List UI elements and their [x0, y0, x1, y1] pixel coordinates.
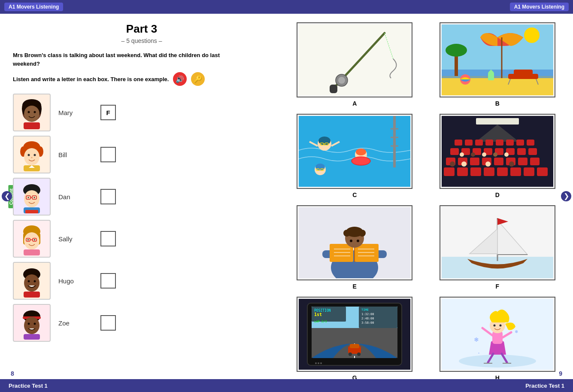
bottom-bar: Practice Test 1 Practice Test 1 — [0, 379, 573, 392]
image-frame-f — [440, 205, 555, 280]
svg-rect-64 — [488, 73, 494, 80]
svg-point-146 — [350, 240, 352, 242]
svg-point-174 — [459, 355, 536, 368]
svg-point-14 — [31, 157, 33, 158]
answer-box-sally[interactable] — [100, 231, 116, 246]
beach-svg — [442, 24, 553, 95]
svg-rect-87 — [476, 118, 519, 125]
svg-point-172 — [320, 362, 322, 364]
image-frame-a — [297, 22, 412, 97]
svg-rect-117 — [510, 167, 521, 176]
svg-point-121 — [471, 152, 475, 157]
svg-point-125 — [450, 161, 455, 167]
pool-svg — [299, 116, 410, 187]
student-row-dan: Dan — [13, 178, 270, 216]
svg-point-51 — [338, 77, 345, 84]
avatar-dan-svg — [17, 180, 47, 213]
main-content: Content Part 3 – 5 questions – Mrs Brown… — [0, 14, 573, 379]
answer-box-bill[interactable] — [100, 147, 116, 162]
image-label-b: B — [495, 100, 500, 107]
skating-svg: ❄ ❄ * — [442, 299, 553, 370]
student-name-dan: Dan — [58, 193, 93, 201]
svg-point-120 — [460, 152, 464, 157]
svg-rect-94 — [516, 140, 524, 146]
svg-rect-116 — [497, 167, 508, 176]
avatar-sally-svg — [17, 222, 47, 255]
svg-rect-96 — [450, 148, 459, 155]
svg-point-5 — [28, 111, 30, 113]
listen-label: Listen and write a letter in each box. T… — [13, 76, 169, 82]
svg-point-6 — [34, 111, 36, 113]
svg-point-171 — [318, 362, 319, 364]
svg-rect-7 — [24, 122, 40, 129]
svg-point-124 — [504, 152, 509, 157]
answer-box-mary[interactable]: F — [100, 105, 116, 120]
page-number-right: 9 — [559, 370, 562, 377]
svg-text:LAP 2/3: LAP 2/3 — [314, 320, 327, 323]
svg-rect-108 — [494, 158, 503, 165]
images-grid: A — [288, 22, 564, 381]
svg-rect-102 — [517, 148, 526, 155]
svg-point-45 — [34, 323, 36, 325]
student-row-bill: Bill — [13, 136, 270, 173]
svg-rect-114 — [470, 167, 481, 176]
image-cell-h: ❄ ❄ * H — [431, 297, 565, 381]
top-bar-left-label: A1 Movers Listening — [4, 3, 63, 11]
answer-box-zoe[interactable] — [100, 315, 116, 331]
image-label-e: E — [353, 283, 357, 290]
svg-rect-89 — [465, 140, 473, 146]
avatar-hugo — [13, 262, 51, 300]
svg-rect-90 — [475, 140, 483, 146]
footer-right-text: Practice Test 1 — [525, 383, 564, 389]
answer-box-hugo[interactable] — [100, 273, 116, 289]
prev-arrow[interactable]: ❮ — [2, 191, 12, 201]
svg-point-37 — [24, 274, 39, 292]
svg-point-34 — [34, 239, 35, 240]
svg-rect-46 — [24, 334, 40, 340]
svg-rect-110 — [518, 158, 528, 165]
key-icon: 🔑 — [194, 75, 202, 83]
svg-rect-40 — [24, 292, 40, 298]
student-name-bill: Bill — [58, 151, 93, 158]
student-name-zoe: Zoe — [58, 319, 93, 327]
image-cell-d: D — [431, 114, 565, 198]
avatar-sally — [13, 220, 51, 258]
svg-point-159 — [357, 352, 361, 356]
svg-rect-133 — [330, 244, 353, 262]
left-panel: Part 3 – 5 questions – Mrs Brown's class… — [0, 14, 283, 379]
image-cell-f: F — [431, 205, 565, 290]
svg-rect-118 — [524, 167, 534, 176]
image-label-c: C — [352, 191, 357, 198]
next-arrow[interactable]: ❯ — [561, 191, 571, 201]
svg-rect-111 — [530, 158, 540, 165]
avatar-dan — [13, 178, 51, 216]
listen-row: Listen and write a letter in each box. T… — [13, 72, 270, 86]
avatar-mary-svg — [17, 96, 47, 129]
sound-button[interactable]: 🔊 — [173, 72, 187, 86]
right-panel: A — [283, 14, 573, 379]
avatar-mary — [13, 94, 51, 131]
svg-point-144 — [343, 230, 350, 237]
svg-rect-95 — [527, 140, 534, 146]
svg-point-122 — [482, 152, 486, 157]
reading-svg — [299, 207, 410, 278]
answer-box-dan[interactable] — [100, 189, 116, 204]
image-label-a: A — [352, 100, 357, 107]
svg-point-12 — [28, 154, 30, 156]
svg-point-123 — [493, 152, 497, 157]
svg-point-177 — [493, 325, 495, 327]
avatar-bill-svg — [17, 138, 47, 171]
part-title: Part 3 — [13, 22, 270, 36]
svg-point-43 — [24, 317, 39, 334]
image-frame-h: ❄ ❄ * — [440, 297, 555, 372]
svg-point-147 — [357, 240, 359, 242]
image-label-d: D — [495, 191, 500, 198]
svg-text:*: * — [478, 352, 479, 356]
svg-rect-93 — [506, 140, 514, 146]
svg-point-158 — [349, 352, 352, 356]
svg-point-145 — [359, 230, 366, 237]
key-button[interactable]: 🔑 — [191, 72, 205, 86]
image-frame-c — [297, 114, 412, 189]
student-list: Mary F — [13, 94, 270, 342]
arrow-left-icon: ❮ — [4, 192, 10, 200]
